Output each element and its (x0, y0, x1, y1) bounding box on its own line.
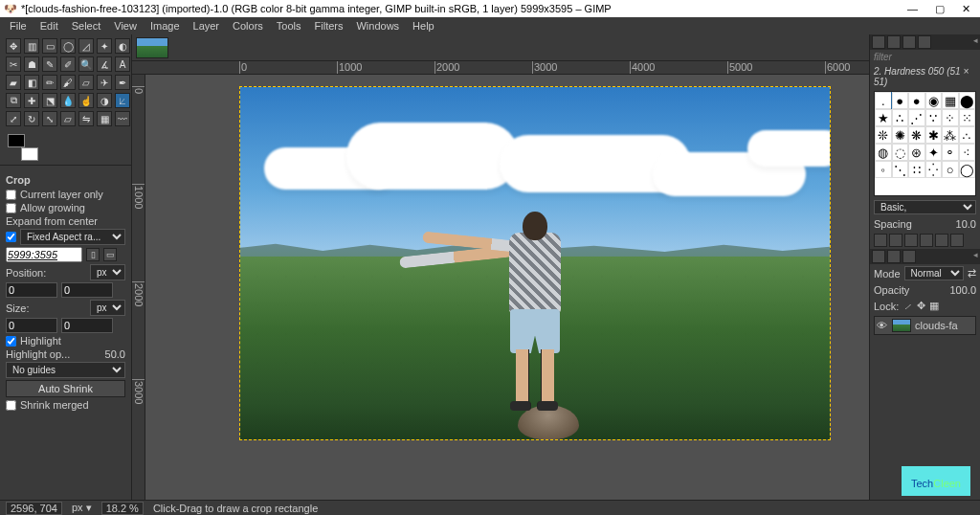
brush-cell[interactable]: ❊ (875, 126, 892, 144)
ruler-vertical[interactable]: 0 1000 2000 3000 (132, 75, 145, 500)
brush-cell[interactable]: ⁖ (959, 144, 976, 161)
tool-foreground[interactable]: ☗ (24, 56, 39, 72)
brush-edit-icon[interactable] (874, 234, 887, 247)
canvas-image[interactable] (239, 86, 831, 440)
menu-windows[interactable]: Windows (350, 19, 405, 33)
tool-airbrush[interactable]: ✈ (97, 75, 112, 90)
brush-cell[interactable]: ◍ (875, 144, 892, 161)
tool-cage[interactable]: ▦ (97, 111, 112, 126)
brush-cell[interactable]: ⋰ (908, 109, 925, 126)
tool-smudge[interactable]: ☝ (78, 93, 94, 108)
status-unit[interactable]: px ▾ (72, 502, 92, 514)
brush-cell[interactable]: ✦ (925, 144, 943, 161)
brush-cell[interactable]: ❋ (908, 126, 925, 144)
opt-pos-x[interactable] (6, 282, 57, 298)
opt-shrink-merged[interactable] (6, 400, 16, 411)
bg-color-swatch[interactable] (21, 147, 38, 161)
brush-cell[interactable]: ○ (942, 161, 959, 178)
tab-fonts-icon[interactable] (902, 35, 916, 49)
ruler-horizontal[interactable]: 0 1000 2000 3000 4000 5000 6000 (132, 61, 869, 75)
opt-aspect-value[interactable] (6, 247, 82, 262)
brush-cell[interactable]: ▦ (942, 92, 959, 109)
tool-blur[interactable]: 💧 (60, 93, 76, 108)
tool-free-select[interactable]: ◿ (78, 38, 94, 54)
menu-filters[interactable]: Filters (309, 19, 349, 33)
menu-view[interactable]: View (108, 19, 143, 33)
menu-tools[interactable]: Tools (271, 19, 307, 33)
tool-flip[interactable]: ⇋ (78, 111, 94, 126)
tab-brushes-icon[interactable] (872, 35, 885, 49)
menu-edit[interactable]: Edit (34, 19, 64, 33)
tool-rotate[interactable]: ↻ (24, 111, 39, 126)
tool-color-picker[interactable]: ✐ (60, 56, 76, 72)
lock-position-icon[interactable]: ✥ (917, 300, 925, 312)
layer-visibility-icon[interactable]: 👁 (877, 320, 888, 331)
lock-pixels-icon[interactable]: ⟋ (902, 301, 913, 312)
brush-cell[interactable]: . (875, 92, 892, 109)
layer-name[interactable]: clouds-fa (915, 320, 958, 331)
image-tab[interactable] (136, 37, 168, 58)
brush-cell[interactable]: ★ (875, 109, 892, 126)
orientation-portrait-icon[interactable]: ▯ (86, 248, 100, 261)
brush-cell[interactable]: ● (892, 92, 909, 109)
brush-cell[interactable]: ⬤ (959, 92, 976, 109)
brush-cell[interactable]: ◯ (959, 161, 976, 178)
tool-zoom[interactable]: 🔍 (78, 56, 94, 72)
brush-cell[interactable]: ✺ (892, 126, 909, 144)
menu-layer[interactable]: Layer (188, 19, 226, 33)
canvas-area[interactable] (145, 75, 869, 500)
tool-warp[interactable]: 〰 (115, 111, 130, 126)
mode-switch-icon[interactable]: ⇄ (968, 267, 976, 280)
tool-clone[interactable]: ⧉ (6, 93, 21, 108)
opt-fixed-aspect-select[interactable]: Fixed Aspect ra... (20, 229, 125, 245)
tool-eraser[interactable]: ▱ (78, 75, 94, 90)
opt-size-h[interactable] (61, 318, 113, 333)
menu-help[interactable]: Help (407, 19, 440, 33)
brush-cell[interactable]: ⊛ (908, 144, 925, 161)
tool-paths[interactable]: ✎ (42, 56, 57, 72)
menu-colors[interactable]: Colors (227, 19, 269, 33)
brush-cell[interactable]: ⁛ (925, 161, 943, 178)
menu-file[interactable]: File (4, 19, 33, 33)
opt-position-unit[interactable]: px (90, 264, 125, 280)
layer-row[interactable]: 👁 clouds-fa (874, 316, 976, 335)
tool-pencil[interactable]: ✏ (42, 75, 57, 90)
tool-text[interactable]: A (115, 56, 130, 72)
tool-ellipse-select[interactable]: ◯ (60, 38, 76, 54)
brush-cell[interactable]: ∵ (925, 109, 943, 126)
opt-auto-shrink[interactable]: Auto Shrink (6, 380, 125, 397)
opt-pos-y[interactable] (61, 282, 113, 298)
maximize-button[interactable]: ▢ (935, 3, 945, 15)
orientation-landscape-icon[interactable]: ▭ (103, 248, 117, 261)
tab-patterns-icon[interactable] (887, 35, 901, 49)
brush-cell[interactable]: ◌ (892, 144, 909, 161)
opt-current-layer-only[interactable] (6, 190, 16, 200)
opt-size-unit[interactable]: px (90, 300, 125, 316)
menu-select[interactable]: Select (66, 19, 107, 33)
tool-ink[interactable]: ✒ (115, 75, 130, 90)
brush-cell[interactable]: ⁘ (942, 109, 959, 126)
brush-new-icon[interactable] (889, 234, 902, 247)
opt-allow-growing[interactable] (6, 203, 16, 213)
brush-cell[interactable]: ⚬ (942, 144, 959, 161)
tool-by-color[interactable]: ◐ (115, 38, 130, 54)
brush-cell[interactable]: ⁂ (942, 126, 959, 144)
tool-gradient[interactable]: ◧ (24, 75, 39, 90)
tool-align[interactable]: ▥ (24, 38, 39, 54)
brush-refresh-icon[interactable] (935, 234, 948, 247)
brush-cell[interactable]: ∴ (892, 109, 909, 126)
tool-bucket[interactable]: ▰ (6, 75, 21, 90)
opt-highlight[interactable] (6, 336, 16, 347)
panel-menu-icon[interactable]: ◂ (973, 250, 978, 263)
tab-layers-icon[interactable] (872, 250, 885, 263)
tool-unified-transform[interactable]: ⤢ (6, 111, 21, 126)
tab-channels-icon[interactable] (887, 250, 901, 263)
brush-cell[interactable]: ✱ (925, 126, 943, 144)
brush-cell[interactable]: ◉ (925, 92, 943, 109)
brush-cell[interactable]: ⸫ (959, 126, 976, 144)
brush-delete-icon[interactable] (920, 234, 933, 247)
tool-crop[interactable]: ⟀ (115, 93, 130, 108)
tab-history-icon[interactable] (918, 35, 931, 49)
brush-filter-input[interactable]: filter (870, 50, 980, 64)
tool-perspective-clone[interactable]: ⬔ (42, 93, 57, 108)
